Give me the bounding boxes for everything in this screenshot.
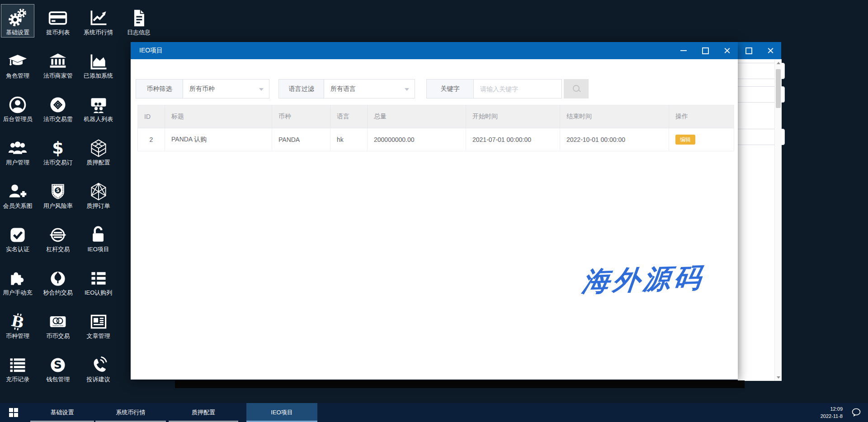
check-square-icon (8, 224, 28, 246)
desktop-icon-tile[interactable]: mastercard币币交易 (41, 308, 75, 341)
desktop-icon-tile[interactable]: B币种管理 (1, 308, 34, 341)
clock-time: 12:09 (830, 405, 843, 413)
table-header-cell: 操作 (669, 105, 734, 128)
credit-card-icon (48, 7, 68, 29)
maximize-icon[interactable] (738, 42, 760, 59)
desktop-icon-tile[interactable]: IEO项目 (82, 221, 115, 254)
table-header-cell: ID (138, 105, 165, 128)
table-header-cell: 开始时间 (466, 105, 560, 128)
desktop-icon-label: 投诉建议 (87, 376, 110, 384)
language-filter-value: 所有语言 (330, 85, 356, 93)
desktop-icon-tile[interactable]: 已添加系统 (82, 47, 115, 81)
desktop-icon-tile[interactable]: $法币交易订 (41, 134, 75, 168)
chevron-down-icon (405, 88, 409, 91)
chat-button[interactable] (851, 403, 862, 422)
dollar-icon: $ (48, 137, 68, 159)
currency-filter-value: 所有币种 (189, 85, 215, 93)
taskbar-item-label: IEO项目 (271, 408, 292, 417)
maximize-icon[interactable] (694, 42, 716, 59)
taskbar-item[interactable]: 系统币行情 (95, 403, 166, 422)
keyword-input[interactable] (473, 79, 562, 98)
svg-text:$: $ (52, 138, 64, 158)
desktop-icon-tile[interactable]: 系统币行情 (82, 4, 115, 38)
desktop-icon-tile[interactable]: 基础设置 (1, 4, 34, 38)
area-chart-icon (89, 50, 108, 73)
desktop-icon-label: 基础设置 (6, 29, 29, 37)
desktop-icon-tile[interactable]: 秒合约交易 (41, 264, 75, 298)
language-filter-label: 语言过滤 (278, 79, 324, 98)
table-header-cell: 币种 (272, 105, 330, 128)
desktop-icon-tile[interactable]: 法币交易需 (41, 91, 75, 124)
taskbar-item-label: 质押配置 (192, 408, 215, 417)
start-button[interactable] (5, 403, 23, 422)
desktop-icon-tile[interactable]: 用户管理 (1, 134, 34, 168)
document-icon (129, 7, 149, 29)
desktop-icon-tile[interactable]: 后台管理员 (1, 91, 34, 124)
desktop-icon-label: 用户风险率 (43, 203, 73, 211)
language-filter-select[interactable]: 所有语言 (324, 79, 415, 98)
desktop-icon-tile[interactable]: 文章管理 (82, 308, 115, 341)
desktop-icon-tile[interactable]: 质押订单 (82, 178, 115, 211)
gears-icon (8, 7, 28, 29)
padlock-icon (89, 224, 108, 246)
currency-filter-group: 币种筛选 所有币种 (136, 79, 269, 98)
desktop-icon-tile[interactable]: S钱包管理 (41, 351, 75, 384)
keyword-filter-group: 关键字 (426, 79, 589, 98)
desktop-icon-label: 钱包管理 (46, 376, 70, 384)
watermark: 海外源码 (580, 259, 706, 300)
currency-filter-select[interactable]: 所有币种 (183, 79, 269, 98)
users-icon (8, 137, 28, 159)
ieo-table: ID标题币种语言总量开始时间结束时间操作2PANDA 认购PANDAhk2000… (137, 105, 734, 151)
desktop-icon-tile[interactable]: 杠杆交易 (41, 221, 75, 254)
svg-text:B: B (9, 312, 25, 332)
desktop-icon-tile[interactable]: IEO认购列 (82, 264, 115, 298)
desktop-icon-tile[interactable]: 充币记录 (1, 351, 34, 384)
search-button[interactable] (564, 79, 589, 98)
edit-button[interactable]: 编辑 (675, 135, 695, 145)
desktop-icon-label: 会员关系图 (3, 203, 33, 211)
rebel-icon (48, 267, 68, 290)
desktop-icon-label: 用户手动充 (3, 290, 33, 297)
scrollbar[interactable] (774, 59, 782, 381)
table-cell-title: PANDA 认购 (165, 128, 272, 151)
taskbar: 基础设置系统币行情质押配置IEO项目 12:09 2022-11-8 (0, 403, 868, 422)
desktop-icon-label: 质押订单 (87, 203, 110, 211)
taskbar-item-label: 基础设置 (51, 408, 74, 417)
desktop-icon-tile[interactable]: 法币商家管 (41, 47, 75, 81)
mastercard-icon: mastercard (48, 310, 68, 333)
scroll-up-icon[interactable] (775, 59, 782, 66)
graduation-cap-icon (8, 50, 28, 73)
desktop-icon-tile[interactable]: 机器人列表 (82, 91, 115, 124)
close-icon[interactable] (760, 42, 781, 59)
taskbar-item[interactable]: IEO项目 (246, 403, 317, 422)
desktop-icon-label: 币币交易 (46, 333, 70, 341)
desktop-icon-tile[interactable]: 日志信息 (122, 4, 156, 38)
desktop-icon-tile[interactable]: 质押配置 (82, 134, 115, 168)
desktop-icon-tile[interactable]: 投诉建议 (82, 351, 115, 384)
taskbar-item[interactable]: 基础设置 (30, 403, 94, 422)
table-row: 2PANDA 认购PANDAhk200000000.002021-07-01 0… (138, 128, 734, 151)
desktop: 基础设置角色管理后台管理员用户管理会员关系图实名认证用户手动充B币种管理充币记录… (0, 0, 868, 422)
taskbar-item[interactable]: 质押配置 (169, 403, 238, 422)
desktop-icon-tile[interactable]: 会员关系图 (1, 178, 34, 211)
desktop-icon-tile[interactable]: S用户风险率 (41, 178, 75, 211)
desktop-icon-tile[interactable]: 实名认证 (1, 221, 34, 254)
scrollbar-thumb[interactable] (776, 69, 781, 108)
lattice-icon (89, 180, 108, 203)
windows-logo-icon (9, 408, 18, 417)
desktop-icon-label: 法币交易订 (43, 159, 73, 167)
clock-date: 2022-11-8 (821, 413, 843, 420)
scroll-down-icon[interactable] (775, 374, 782, 381)
window-titlebar: IEO项目 (131, 42, 738, 59)
table-header-cell: 结束时间 (560, 105, 669, 128)
table-cell-start: 2021-07-01 00:00:00 (466, 128, 560, 151)
desktop-icon-tile[interactable]: 提币列表 (41, 4, 75, 38)
svg-text:mastercard: mastercard (53, 324, 64, 327)
ieo-table-wrap: ID标题币种语言总量开始时间结束时间操作2PANDA 认购PANDAhk2000… (137, 105, 734, 151)
desktop-icon-tile[interactable]: 角色管理 (1, 47, 34, 81)
chevron-down-icon (259, 88, 264, 91)
desktop-icon-label: 杠杆交易 (46, 246, 70, 254)
desktop-icon-tile[interactable]: 用户手动充 (1, 264, 34, 298)
minimize-icon[interactable] (673, 42, 694, 59)
close-icon[interactable] (716, 42, 738, 59)
